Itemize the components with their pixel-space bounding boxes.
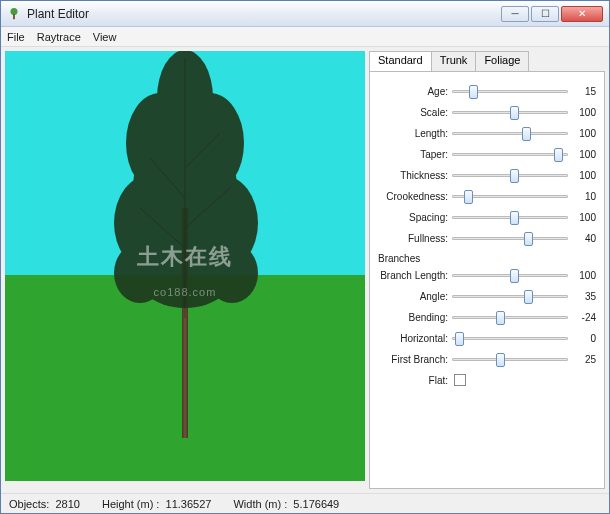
tree-canopy	[100, 51, 270, 318]
horizontal-slider[interactable]	[452, 330, 568, 346]
svg-rect-1	[13, 14, 15, 19]
length-value: 100	[568, 128, 596, 139]
bending-slider[interactable]	[452, 309, 568, 325]
scale-label: Scale:	[374, 107, 452, 118]
param-bending: Bending:-24	[374, 308, 596, 326]
tab-standard[interactable]: Standard	[369, 51, 432, 71]
fullness-label: Fullness:	[374, 233, 452, 244]
app-window: Plant Editor ─ ☐ ✕ File Raytrace View	[0, 0, 610, 514]
param-age: Age:15	[374, 82, 596, 100]
crookedness-slider[interactable]	[452, 188, 568, 204]
taper-value: 100	[568, 149, 596, 160]
window-controls: ─ ☐ ✕	[501, 6, 603, 22]
svg-point-0	[11, 7, 18, 14]
param-branch_length: Branch Length:100	[374, 266, 596, 284]
menu-file[interactable]: File	[7, 31, 25, 43]
fullness-value: 40	[568, 233, 596, 244]
param-thickness: Thickness:100	[374, 166, 596, 184]
angle-label: Angle:	[374, 291, 452, 302]
param-first_branch: First Branch:25	[374, 350, 596, 368]
param-scale: Scale:100	[374, 103, 596, 121]
param-length: Length:100	[374, 124, 596, 142]
bending-label: Bending:	[374, 312, 452, 323]
thickness-label: Thickness:	[374, 170, 452, 181]
status-objects: Objects: 2810	[9, 498, 80, 510]
scale-value: 100	[568, 107, 596, 118]
age-value: 15	[568, 86, 596, 97]
branch_length-value: 100	[568, 270, 596, 281]
viewport-3d[interactable]: 土木在线 co188.com	[5, 51, 365, 481]
menu-view[interactable]: View	[93, 31, 117, 43]
tab-content: Age:15Scale:100Length:100Taper:100Thickn…	[369, 71, 605, 489]
param-crookedness: Crookedness:10	[374, 187, 596, 205]
first_branch-label: First Branch:	[374, 354, 452, 365]
content-area: 土木在线 co188.com Standard Trunk Foliage Ag…	[1, 47, 609, 493]
horizontal-label: Horizontal:	[374, 333, 452, 344]
menubar: File Raytrace View	[1, 27, 609, 47]
status-height: Height (m) : 11.36527	[102, 498, 211, 510]
window-title: Plant Editor	[27, 7, 501, 21]
branch_length-slider[interactable]	[452, 267, 568, 283]
svg-point-10	[206, 243, 258, 303]
titlebar[interactable]: Plant Editor ─ ☐ ✕	[1, 1, 609, 27]
param-taper: Taper:100	[374, 145, 596, 163]
param-fullness: Fullness:40	[374, 229, 596, 247]
menu-raytrace[interactable]: Raytrace	[37, 31, 81, 43]
spacing-value: 100	[568, 212, 596, 223]
fullness-slider[interactable]	[452, 230, 568, 246]
tab-foliage[interactable]: Foliage	[475, 51, 529, 71]
crookedness-value: 10	[568, 191, 596, 202]
scale-slider[interactable]	[452, 104, 568, 120]
branches-section-label: Branches	[378, 253, 596, 264]
param-flat: Flat:	[374, 371, 596, 389]
age-label: Age:	[374, 86, 452, 97]
spacing-slider[interactable]	[452, 209, 568, 225]
flat-label: Flat:	[374, 375, 452, 386]
age-slider[interactable]	[452, 83, 568, 99]
param-horizontal: Horizontal:0	[374, 329, 596, 347]
taper-slider[interactable]	[452, 146, 568, 162]
thickness-value: 100	[568, 170, 596, 181]
first_branch-value: 25	[568, 354, 596, 365]
minimize-button[interactable]: ─	[501, 6, 529, 22]
length-label: Length:	[374, 128, 452, 139]
svg-point-9	[114, 243, 166, 303]
length-slider[interactable]	[452, 125, 568, 141]
status-bar: Objects: 2810 Height (m) : 11.36527 Widt…	[1, 493, 609, 513]
branch_length-label: Branch Length:	[374, 270, 452, 281]
param-angle: Angle:35	[374, 287, 596, 305]
bending-value: -24	[568, 312, 596, 323]
horizontal-value: 0	[568, 333, 596, 344]
properties-panel: Standard Trunk Foliage Age:15Scale:100Le…	[369, 51, 605, 489]
crookedness-label: Crookedness:	[374, 191, 452, 202]
app-icon	[7, 7, 21, 21]
tab-strip: Standard Trunk Foliage	[369, 51, 605, 71]
first_branch-slider[interactable]	[452, 351, 568, 367]
close-button[interactable]: ✕	[561, 6, 603, 22]
angle-slider[interactable]	[452, 288, 568, 304]
angle-value: 35	[568, 291, 596, 302]
thickness-slider[interactable]	[452, 167, 568, 183]
tab-trunk[interactable]: Trunk	[431, 51, 477, 71]
tree-model	[182, 208, 188, 438]
taper-label: Taper:	[374, 149, 452, 160]
status-width: Width (m) : 5.176649	[233, 498, 339, 510]
spacing-label: Spacing:	[374, 212, 452, 223]
maximize-button[interactable]: ☐	[531, 6, 559, 22]
flat-checkbox[interactable]	[454, 374, 466, 386]
param-spacing: Spacing:100	[374, 208, 596, 226]
